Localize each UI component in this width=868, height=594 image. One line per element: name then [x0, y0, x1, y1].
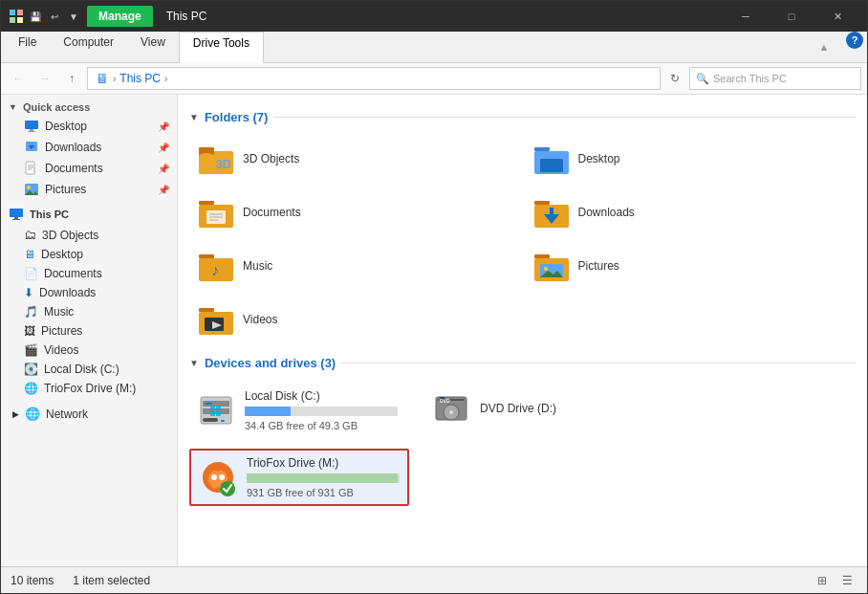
sidebar-item-localdisk[interactable]: 💽 Local Disk (C:): [1, 360, 177, 379]
sidebar-documents2-label: Documents: [44, 267, 102, 280]
up-button[interactable]: ↑: [60, 67, 83, 90]
manage-tab[interactable]: Manage: [87, 6, 153, 27]
tab-computer[interactable]: Computer: [50, 32, 127, 62]
sidebar-item-desktop2[interactable]: 🖥 Desktop: [1, 245, 177, 264]
folder-item-desktop[interactable]: Desktop: [525, 134, 857, 184]
folder-icon-music: ♪: [197, 247, 235, 285]
devices-row2: TrioFox Drive (M:) 931 GB free of 931 GB: [189, 445, 856, 510]
sidebar-item-documents2[interactable]: 📄 Documents: [1, 264, 177, 283]
sidebar-item-triofox[interactable]: 🌐 TrioFox Drive (M:): [1, 379, 177, 398]
sidebar-item-videos[interactable]: 🎬 Videos: [1, 341, 177, 360]
localdisk-icon: 💽: [24, 363, 38, 376]
address-segment-thispc[interactable]: This PC: [119, 72, 161, 85]
forward-button[interactable]: →: [33, 67, 56, 90]
sidebar-item-pictures2[interactable]: 🖼 Pictures: [1, 321, 177, 341]
sidebar-item-3dobjects[interactable]: 🗂 3D Objects: [1, 225, 177, 245]
sidebar-desktop2-label: Desktop: [41, 248, 83, 261]
device-name-dvd: DVD Drive (D:): [480, 402, 556, 415]
device-space-triofox: 931 GB free of 931 GB: [247, 487, 400, 498]
3dobjects-icon: 🗂: [24, 228, 36, 242]
device-item-dvd[interactable]: DVD DVD Drive (D:): [424, 384, 635, 433]
progress-fill-localc: [245, 407, 291, 416]
folder-item-downloads[interactable]: Downloads: [525, 187, 857, 237]
sidebar-videos-label: Videos: [44, 343, 78, 357]
folder-name-music: Music: [243, 259, 272, 273]
devices-section: Local Disk (C:) 34.4 GB free of 49.3 GB: [189, 380, 856, 510]
address-icon: 🖥: [96, 71, 109, 86]
folder-name-desktop: Desktop: [578, 152, 620, 165]
large-icons-view-button[interactable]: ⊞: [812, 570, 833, 591]
sidebar-item-network[interactable]: ▶ 🌐 Network: [1, 404, 177, 424]
sidebar-desktop-label: Desktop: [45, 120, 87, 133]
thispc-icon: [9, 207, 24, 222]
sidebar-item-music[interactable]: 🎵 Music: [1, 302, 177, 321]
device-item-triofox[interactable]: TrioFox Drive (M:) 931 GB free of 931 GB: [189, 449, 409, 506]
sidebar-music-label: Music: [44, 305, 74, 319]
desktop2-icon: 🖥: [24, 248, 35, 261]
sidebar-item-pictures[interactable]: Pictures 📌: [1, 179, 177, 200]
pictures-icon: [24, 182, 39, 197]
folder-name-documents: Documents: [243, 206, 301, 219]
folder-icon-downloads: [532, 193, 571, 231]
sidebar-triofox-label: TrioFox Drive (M:): [44, 382, 136, 395]
help-icon[interactable]: ?: [846, 32, 863, 49]
svg-text:3D: 3D: [216, 158, 231, 171]
device-icon-dvd: DVD: [432, 389, 470, 428]
svg-rect-45: [199, 308, 214, 312]
folders-header-label: Folders (7): [205, 110, 268, 124]
list-view-button[interactable]: ☰: [836, 570, 857, 591]
sidebar-thispc-header[interactable]: This PC: [1, 204, 177, 225]
network-label: Network: [46, 407, 88, 421]
close-button[interactable]: ✕: [815, 1, 859, 32]
folder-item-videos[interactable]: Videos: [189, 295, 521, 344]
devices-header-label: Devices and drives (3): [205, 356, 336, 370]
device-item-localc[interactable]: Local Disk (C:) 34.4 GB free of 49.3 GB: [189, 384, 405, 437]
sidebar-item-desktop[interactable]: Desktop 📌: [1, 116, 177, 137]
sidebar-item-documents[interactable]: Documents 📌: [1, 158, 177, 179]
sidebar-localdisk-label: Local Disk (C:): [44, 363, 119, 376]
sidebar-documents-label: Documents: [45, 162, 103, 175]
statusbar-view-controls: ⊞ ☰: [812, 570, 857, 591]
addressbar: ← → ↑ 🖥 › This PC › ↻ 🔍 Search This PC: [1, 63, 867, 95]
window-title: This PC: [166, 10, 718, 23]
svg-rect-27: [199, 201, 214, 205]
folders-section-header[interactable]: ▼ Folders (7): [189, 110, 856, 124]
tab-view[interactable]: View: [127, 32, 179, 62]
address-sep2: ›: [164, 74, 167, 84]
window-controls: ─ □ ✕: [724, 1, 859, 32]
folder-item-3dobjects[interactable]: 3D 3D Objects: [189, 134, 521, 184]
network-chevron: ▶: [12, 409, 19, 419]
triofox-icon: 🌐: [24, 382, 38, 395]
address-box[interactable]: 🖥 › This PC ›: [87, 67, 661, 90]
sidebar-downloads-label: Downloads: [45, 141, 101, 154]
app-icon: [9, 9, 24, 24]
pin-icon: 📌: [158, 121, 169, 132]
sidebar-item-downloads[interactable]: Downloads 📌: [1, 137, 177, 158]
sidebar-3dobjects-label: 3D Objects: [42, 229, 98, 242]
sidebar-item-downloads2[interactable]: ⬇ Downloads: [1, 283, 177, 302]
maximize-button[interactable]: □: [770, 1, 814, 32]
pictures2-icon: 🖼: [24, 324, 35, 338]
device-icon-localc: [197, 391, 235, 429]
refresh-button[interactable]: ↻: [664, 68, 685, 89]
back-button[interactable]: ←: [7, 67, 30, 90]
folder-item-music[interactable]: ♪ Music: [189, 241, 521, 291]
search-placeholder: Search This PC: [713, 73, 787, 84]
tab-file[interactable]: File: [5, 32, 50, 62]
svg-rect-40: [534, 254, 550, 258]
ribbon-collapse-button[interactable]: ▲: [802, 32, 846, 62]
svg-rect-1: [17, 10, 23, 15]
folder-icon-documents: [197, 193, 235, 231]
svg-rect-53: [221, 420, 225, 422]
search-box[interactable]: 🔍 Search This PC: [689, 67, 861, 90]
tab-drive-tools[interactable]: Drive Tools: [179, 32, 264, 63]
folders-divider: [273, 117, 856, 118]
minimize-button[interactable]: ─: [724, 1, 768, 32]
folder-item-documents[interactable]: Documents: [189, 187, 521, 237]
devices-section-header[interactable]: ▼ Devices and drives (3): [189, 356, 856, 370]
progress-bar-localc: [245, 407, 398, 416]
svg-rect-54: [210, 406, 215, 410]
folder-item-pictures[interactable]: Pictures: [525, 241, 857, 291]
svg-point-42: [544, 267, 548, 271]
progress-fill-triofox: [247, 473, 398, 483]
